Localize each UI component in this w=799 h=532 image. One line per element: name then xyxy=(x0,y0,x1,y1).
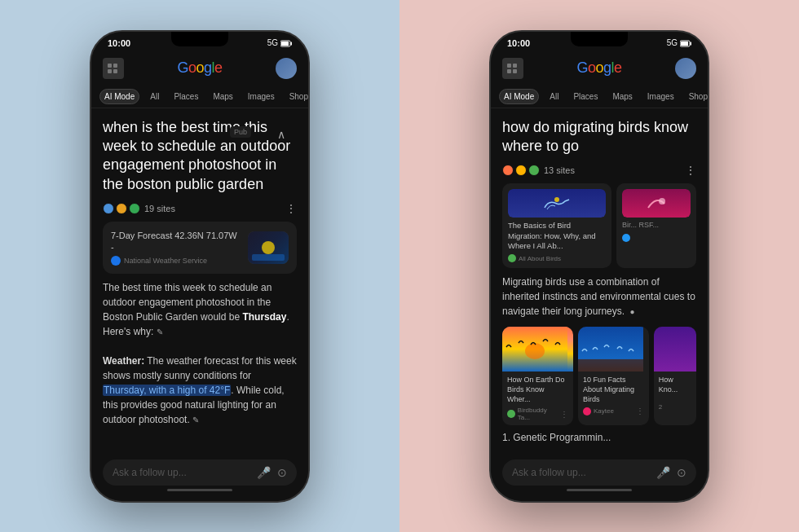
status-icons-right: 5G xyxy=(667,38,691,47)
channel-name-1: Birdbuddy Ta... xyxy=(518,407,560,421)
video-more-1[interactable]: ⋮ xyxy=(560,410,568,419)
lens-icon-right[interactable]: ⊙ xyxy=(677,466,686,479)
svg-point-17 xyxy=(659,198,665,204)
bird-card-2[interactable]: Bir... RSF... xyxy=(616,183,696,268)
sources-left-right: 13 sites xyxy=(502,165,575,176)
more-btn-right[interactable]: ⋮ xyxy=(685,164,696,177)
video-source-row-1: Birdbuddy Ta... ⋮ xyxy=(507,407,568,421)
lens-icon-left[interactable]: ⊙ xyxy=(277,466,287,479)
video-card-1[interactable]: How On Earth Do Birds Know Wher... Birdb… xyxy=(502,327,573,425)
bird-card-title-1: The Basics of Bird Migration: How, Why, … xyxy=(508,221,606,251)
weather-svg-left xyxy=(248,231,289,264)
ask-input-left[interactable]: Ask a follow up... 🎤 ⊙ xyxy=(103,459,297,486)
video-info-2: 10 Fun Facts About Migrating Birds Kayte… xyxy=(578,372,649,420)
video-source-left-2: Kaytee xyxy=(583,407,614,415)
dot-3-right xyxy=(528,165,540,176)
content-area-left: when is the best time this week to sched… xyxy=(91,108,308,455)
channel-name-2: Kaytee xyxy=(594,407,614,415)
tab-places-right[interactable]: Places xyxy=(569,90,602,103)
answer-intro-right: Migrating birds use a combination of inh… xyxy=(502,276,695,317)
sources-count-left: 19 sites xyxy=(144,204,175,213)
result-thumb-left xyxy=(248,231,289,264)
ask-input-right[interactable]: Ask a follow up... 🎤 ⊙ xyxy=(502,459,696,486)
thursday-highlight: Thursday, with a high of 42°F xyxy=(103,385,231,396)
more-btn-left[interactable]: ⋮ xyxy=(285,202,297,215)
cite-icon-2-left: ✎ xyxy=(192,415,199,424)
tab-all-left[interactable]: All xyxy=(146,90,163,103)
bird-source-name-1: All About Birds xyxy=(519,255,561,262)
sources-row-right: 13 sites ⋮ xyxy=(502,164,696,177)
collapse-btn-left[interactable]: ∧ xyxy=(277,128,285,141)
source-dots-right xyxy=(502,165,540,176)
svg-rect-13 xyxy=(513,64,517,68)
result-card-left[interactable]: 7-Day Forecast 42.36N 71.07W - National … xyxy=(103,222,297,274)
ai-answer-left: The best time this week to schedule an o… xyxy=(103,280,297,427)
tab-shopping-right[interactable]: Shopp... xyxy=(685,90,708,103)
video-title-2: 10 Fun Facts About Migrating Birds xyxy=(583,376,644,404)
video-source-left-1: Birdbuddy Ta... xyxy=(507,407,560,421)
content-area-right: how do migrating birds know where to go … xyxy=(491,108,708,455)
svg-rect-12 xyxy=(507,64,511,68)
tab-ai-mode-left[interactable]: AI Mode xyxy=(99,89,139,104)
right-panel: 10:00 5G xyxy=(400,0,799,532)
tab-maps-right[interactable]: Maps xyxy=(608,90,636,103)
video-card-2[interactable]: 10 Fun Facts About Migrating Birds Kayte… xyxy=(578,327,649,425)
video-img-3 xyxy=(654,327,696,372)
dynamic-island-left xyxy=(171,32,228,46)
tab-images-left[interactable]: Images xyxy=(244,90,279,103)
bird-svg-1 xyxy=(541,191,573,216)
svg-rect-1 xyxy=(291,42,293,45)
bird-svg-2 xyxy=(644,191,669,216)
bird-card-source-2 xyxy=(622,234,691,242)
tab-images-right[interactable]: Images xyxy=(643,90,678,103)
svg-rect-2 xyxy=(281,42,289,46)
video-more-2[interactable]: ⋮ xyxy=(636,407,644,415)
avatar-left[interactable] xyxy=(276,58,297,79)
video-card-3[interactable]: How Kno... 2 xyxy=(654,327,696,425)
result-card-info-left: 7-Day Forecast 42.36N 71.07W - National … xyxy=(111,230,241,266)
bird-img-2 xyxy=(622,189,691,218)
left-panel: 10:00 5G xyxy=(0,0,400,532)
dot-1-left xyxy=(103,203,114,214)
section-heading-right: 1. Genetic Programmin... xyxy=(502,432,696,443)
source-cards-right: The Basics of Bird Migration: How, Why, … xyxy=(502,183,696,268)
mic-icon-right[interactable]: 🎤 xyxy=(656,466,670,479)
svg-rect-5 xyxy=(108,69,112,73)
menu-icon-right[interactable] xyxy=(502,58,523,79)
tab-ai-mode-right[interactable]: AI Mode xyxy=(499,89,539,104)
svg-rect-8 xyxy=(252,254,285,261)
svg-rect-10 xyxy=(691,42,692,45)
sources-left-left: 19 sites xyxy=(103,203,175,214)
svg-rect-6 xyxy=(113,69,117,73)
weather-img-left xyxy=(248,231,289,264)
tab-shopping-left[interactable]: Shopp... xyxy=(285,90,308,103)
pub-label-left: Pub xyxy=(230,123,251,138)
ask-placeholder-left: Ask a follow up... xyxy=(113,467,187,478)
grid-icon-right xyxy=(507,64,519,73)
highlight-thursday: Thursday xyxy=(242,311,286,323)
tab-places-left[interactable]: Places xyxy=(170,90,202,103)
cite-icon-left: ✎ xyxy=(157,328,163,336)
status-bar-right: 10:00 5G xyxy=(491,32,708,51)
bird-source-icon-2 xyxy=(622,234,630,242)
query-title-left: when is the best time this week to sched… xyxy=(103,118,297,195)
google-logo-right: Google xyxy=(576,59,621,77)
query-title-right: how do migrating birds know where to go xyxy=(502,118,696,156)
result-card-title-left: 7-Day Forecast 42.36N 71.07W - xyxy=(111,230,241,253)
tab-all-right[interactable]: All xyxy=(545,90,563,103)
menu-icon-left[interactable] xyxy=(103,58,124,79)
weather-label-left: Weather: xyxy=(103,355,144,367)
dynamic-island-right xyxy=(571,32,628,46)
ai-answer-right: Migrating birds use a combination of inh… xyxy=(502,275,696,319)
mic-icon-left[interactable]: 🎤 xyxy=(257,466,271,479)
avatar-right[interactable] xyxy=(675,58,696,79)
signal-right: 5G xyxy=(667,38,678,47)
svg-rect-11 xyxy=(681,42,688,46)
svg-rect-3 xyxy=(108,64,112,68)
google-header-right: Google xyxy=(491,51,708,86)
video-thumb-3 xyxy=(654,327,696,372)
dot-2-right xyxy=(515,165,527,176)
tab-maps-left[interactable]: Maps xyxy=(209,90,236,103)
bird-card-title-2: Bir... RSF... xyxy=(622,221,691,231)
bird-card-1[interactable]: The Basics of Bird Migration: How, Why, … xyxy=(502,183,611,268)
